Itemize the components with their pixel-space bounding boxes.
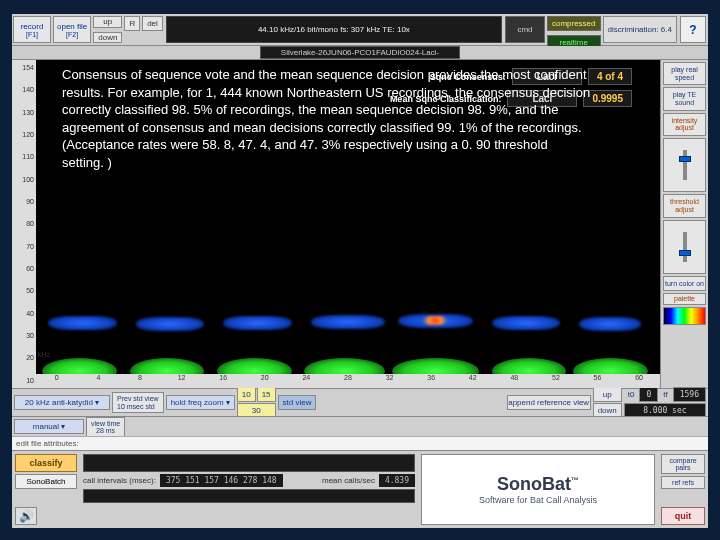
y-tick: 20 xyxy=(14,354,34,361)
brand-name: SonoBat™ xyxy=(497,474,579,495)
footer-mid: call intervals (msec): 375 151 157 146 2… xyxy=(80,451,418,528)
call-intervals-values: 375 151 157 146 278 148 xyxy=(160,474,283,487)
record-key: [F1] xyxy=(26,31,38,38)
cmd-chip[interactable]: cmd xyxy=(505,16,545,43)
classify-button[interactable]: classify xyxy=(15,454,77,472)
intensity-slider[interactable] xyxy=(663,138,706,192)
y-tick: 110 xyxy=(14,153,34,160)
mean-calls-label: mean calls/sec xyxy=(322,476,375,485)
ten-ms-label: 10 msec std xyxy=(117,403,159,411)
footer-right: compare pairs ref refs quit xyxy=(658,451,708,528)
speaker-icon[interactable]: 🔊 xyxy=(15,507,37,525)
record-button[interactable]: record [F1] xyxy=(13,16,51,43)
time-tick: 8 xyxy=(119,374,161,388)
hold-freq-select[interactable]: hold freq zoom ▾ xyxy=(166,395,235,410)
y-tick: 100 xyxy=(14,176,34,183)
del-button[interactable]: del xyxy=(142,16,163,31)
time-tick: 56 xyxy=(577,374,619,388)
brand-name-text: SonoBat xyxy=(497,474,571,494)
time-tick: 52 xyxy=(535,374,577,388)
y-tick: 10 xyxy=(14,377,34,384)
prev-std-button[interactable]: Prev std view 10 msec std xyxy=(112,392,164,413)
filename-row: Silverlake-26JUN06-PCO1FAUDIO024-Laci- xyxy=(12,46,708,60)
open-file-button[interactable]: open file [F2] xyxy=(53,16,91,43)
std-view-button[interactable]: std view xyxy=(278,395,317,410)
palette-label: palette xyxy=(663,293,706,305)
time-tick: 16 xyxy=(202,374,244,388)
brand-box: SonoBat™ Software for Bat Call Analysis xyxy=(421,454,655,525)
footer: classify SonoBatch 🔊 call intervals (mse… xyxy=(12,450,708,528)
app-window: record [F1] open file [F2] up down R del… xyxy=(12,14,708,528)
play-real-button[interactable]: play real speed xyxy=(663,62,706,85)
main-area: 154140130120110100908070605040302010 kHz… xyxy=(12,60,708,388)
sonobatch-button[interactable]: SonoBatch xyxy=(15,474,77,489)
footer-scroll[interactable] xyxy=(83,454,415,472)
y-tick: 90 xyxy=(14,198,34,205)
y-tick: 80 xyxy=(14,220,34,227)
time-tick: 0 xyxy=(36,374,78,388)
help-button[interactable]: ? xyxy=(680,16,706,43)
record-label: record xyxy=(21,22,44,31)
footer-left: classify SonoBatch 🔊 xyxy=(12,451,80,528)
time-axis: msec 048121620242832364248525660 xyxy=(36,374,660,388)
file-info: 44.10 kHz/16 bit/mono fs: 307 kHz TE: 10… xyxy=(166,16,502,43)
manual-select[interactable]: manual ▾ xyxy=(14,419,84,434)
threshold-label: threshold adjust xyxy=(663,194,706,217)
y-tick: 60 xyxy=(14,265,34,272)
time-tick: 4 xyxy=(78,374,120,388)
controls-bar: 20 kHz anti-katydid ▾ Prev std view 10 m… xyxy=(12,388,708,416)
overlay-help-text: Consensus of sequence vote and the mean … xyxy=(62,66,592,171)
open-key: [F2] xyxy=(66,31,78,38)
viewtime-label: view time xyxy=(91,420,120,427)
y-tick: 70 xyxy=(14,243,34,250)
time-tick: 20 xyxy=(244,374,286,388)
filename-display: Silverlake-26JUN06-PCO1FAUDIO024-Laci- xyxy=(260,46,460,59)
compressed-chip[interactable]: compressed xyxy=(547,16,601,31)
palette-bar[interactable] xyxy=(663,307,706,325)
brand-tm: ™ xyxy=(571,476,579,485)
brand-logo-icon xyxy=(430,463,464,497)
antikatydid-select[interactable]: 20 kHz anti-katydid ▾ xyxy=(14,395,110,410)
append-ref-button[interactable]: append reference view xyxy=(507,395,591,410)
view-time-control[interactable]: view time 28 ms xyxy=(86,417,125,437)
y-tick: 40 xyxy=(14,310,34,317)
r-button[interactable]: R xyxy=(124,16,140,31)
view-10-button[interactable]: 10 xyxy=(237,387,256,402)
time-tick: 32 xyxy=(369,374,411,388)
viewtime-value: 28 ms xyxy=(96,427,115,434)
ref-refs-button[interactable]: ref refs xyxy=(661,476,705,489)
down-button[interactable]: down xyxy=(93,32,122,44)
controls-bar-2: manual ▾ view time 28 ms xyxy=(12,416,708,436)
y-axis: 154140130120110100908070605040302010 xyxy=(12,60,36,388)
spectrogram[interactable]: kHz Sqnc Consensus: Laci 4 of 4 Mean Sqn… xyxy=(36,60,660,388)
threshold-slider[interactable] xyxy=(663,220,706,274)
footer-track[interactable] xyxy=(83,489,415,503)
tf-value[interactable]: 1596 xyxy=(673,387,706,402)
discrimination-readout: discrimination: 6.4 xyxy=(603,16,677,43)
play-te-button[interactable]: play TE sound xyxy=(663,87,706,110)
edit-attributes-row[interactable]: edit file attributes: xyxy=(12,436,708,450)
mean-calls-value: 4.839 xyxy=(379,474,415,487)
quit-button[interactable]: quit xyxy=(661,507,705,525)
open-label: open file xyxy=(57,22,87,31)
y-tick: 30 xyxy=(14,332,34,339)
up-button[interactable]: up xyxy=(93,16,122,28)
call-intervals-label: call intervals (msec): xyxy=(83,476,156,485)
spectrogram-calls xyxy=(36,292,660,352)
time-tick: 48 xyxy=(494,374,536,388)
view-15-button[interactable]: 15 xyxy=(257,387,276,402)
compare-pairs-button[interactable]: compare pairs xyxy=(661,454,705,474)
right-panel: play real speed play TE sound intensity … xyxy=(660,60,708,388)
nav-up-button[interactable]: up xyxy=(593,387,622,402)
time-tick: 28 xyxy=(327,374,369,388)
tf-label: tf xyxy=(659,388,671,401)
turn-color-button[interactable]: turn color on xyxy=(663,276,706,292)
y-tick: 50 xyxy=(14,287,34,294)
y-tick: 130 xyxy=(14,109,34,116)
t0-label: t0 xyxy=(624,388,639,401)
intensity-label: intensity adjust xyxy=(663,113,706,136)
time-tick: 12 xyxy=(161,374,203,388)
prev-std-label: Prev std view xyxy=(117,395,159,403)
t0-value[interactable]: 0 xyxy=(639,387,658,402)
edit-attributes-label: edit file attributes: xyxy=(16,439,79,448)
